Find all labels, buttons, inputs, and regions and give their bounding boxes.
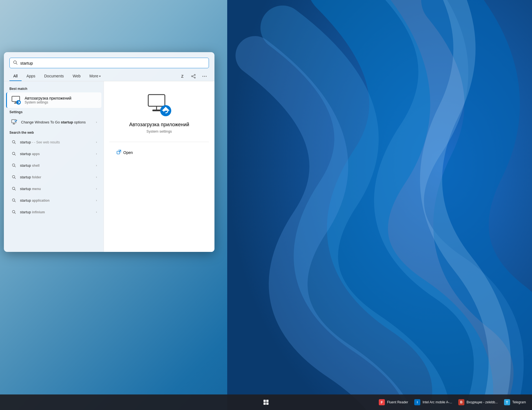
svg-point-9 [204,76,205,77]
svg-line-20 [15,143,16,144]
preview-title: Автозагрузка приложений [129,122,189,128]
filter-tabs: All Apps Documents Web More ▾ Z [4,72,214,81]
web-search-search-icon-2 [11,162,17,169]
svg-rect-18 [13,124,15,124]
tab-web[interactable]: Web [69,72,85,81]
web-search-text-1: startup apps [20,152,93,156]
more-options-button[interactable] [200,72,209,81]
search-input[interactable] [20,61,205,65]
svg-rect-35 [152,110,161,111]
best-match-title: Автозагрузка приложений [25,96,71,100]
telegram-label: Telegram [512,400,526,404]
svg-line-7 [193,77,194,77]
web-search-item-2[interactable]: startup shell › [6,160,101,171]
svg-line-6 [193,75,194,76]
settings-header: Settings [4,108,104,116]
intel-arc-label: Intel Arc mobile A-... [423,400,452,404]
settings-item-text: Change Windows To Go startup options [21,120,93,124]
taskbar-app-fluent-reader[interactable]: F Fluent Reader [376,398,411,407]
share-icon-button[interactable] [189,72,198,81]
chevron-right-icon: › [96,164,97,167]
svg-point-5 [194,77,195,78]
taskbar-app-telegram[interactable]: T Telegram [501,398,529,407]
search-body: Best match Автозагрузка приложений Syste… [4,81,214,252]
best-match-header: Best match [4,85,104,92]
chevron-right-icon: › [96,187,97,190]
web-search-search-icon-1 [11,150,17,157]
web-search-item-6[interactable]: startup infinium › [6,206,101,218]
svg-line-30 [15,201,16,202]
search-panel: All Apps Documents Web More ▾ Z [4,52,214,252]
web-search-search-icon-0 [11,139,17,145]
settings-item-windows-to-go[interactable]: Change Windows To Go startup options › [6,116,101,128]
web-search-text-4: startup menu [20,187,93,191]
svg-point-4 [191,76,193,77]
tab-right-icons: Z [178,72,209,81]
taskbar-right-apps: F Fluent Reader I Intel Arc mobile A-...… [376,398,532,407]
search-the-web-header: Search the web [4,128,104,136]
web-search-text-5: startup application [20,198,93,203]
best-match-icon [11,95,21,105]
tab-apps[interactable]: Apps [23,72,39,81]
chevron-right-icon: › [96,140,97,144]
telegram-icon: T [504,399,510,405]
open-external-icon [117,150,121,155]
svg-line-28 [15,189,16,191]
best-match-text: Автозагрузка приложений System settings [25,96,71,104]
best-match-item[interactable]: Автозагрузка приложений System settings [6,92,101,108]
chevron-right-icon: › [96,120,97,124]
preview-pane: Автозагрузка приложений System settings … [104,81,214,252]
tab-all[interactable]: All [9,72,22,81]
chevron-right-icon: › [96,199,97,202]
svg-line-32 [15,213,16,214]
web-search-item-1[interactable]: startup apps › [6,148,101,160]
web-search-text-2: startup shell [20,163,93,168]
svg-point-10 [206,76,207,77]
svg-line-26 [15,178,16,179]
open-button[interactable]: Open [112,148,137,157]
taskbar: F Fluent Reader I Intel Arc mobile A-...… [0,394,532,410]
fluent-reader-label: Fluent Reader [387,400,408,404]
fluent-reader-icon: F [379,399,385,405]
web-search-search-icon-4 [11,185,17,192]
web-search-text-6: startup infinium [20,210,93,214]
taskbar-center [260,396,272,408]
web-search-item-0[interactable]: startup - - See web results › [6,136,101,148]
incoming-icon: В [458,399,464,405]
web-search-text-0: startup - - See web results [20,140,93,144]
svg-point-3 [194,74,195,75]
web-search-text-3: startup folder [20,175,93,179]
incoming-label: Входящие - zelebb... [467,400,498,404]
z-icon-button[interactable]: Z [178,72,187,81]
start-button[interactable] [260,396,272,408]
preview-divider [109,142,209,142]
taskbar-app-intel-arc[interactable]: I Intel Arc mobile A-... [411,398,455,407]
web-search-item-4[interactable]: startup menu › [6,183,101,194]
results-pane: Best match Автозагрузка приложений Syste… [4,81,104,252]
taskbar-app-incoming[interactable]: В Входящие - zelebb... [456,398,501,407]
svg-line-2 [16,63,17,64]
web-search-item-5[interactable]: startup application › [6,194,101,206]
open-button-label: Open [123,150,133,155]
svg-point-8 [203,76,203,77]
windows-logo-icon [264,400,268,405]
intel-arc-icon: I [414,399,420,405]
chevron-right-icon: › [96,175,97,179]
web-search-search-icon-3 [11,174,17,180]
svg-line-24 [15,166,16,167]
chevron-right-icon: › [96,152,97,155]
chevron-right-icon: › [96,210,97,214]
search-input-row [4,52,214,72]
tab-documents[interactable]: Documents [40,72,68,81]
tab-more[interactable]: More ▾ [86,72,104,81]
svg-rect-33 [148,95,165,106]
web-search-item-3[interactable]: startup folder › [6,171,101,183]
web-search-search-icon-5 [11,197,17,204]
preview-icon [147,92,172,117]
settings-icon [11,118,18,126]
web-search-search-icon-6 [11,209,17,215]
preview-subtitle: System settings [147,129,172,133]
search-icon [13,60,17,66]
svg-line-22 [15,155,16,156]
search-input-wrapper[interactable] [9,58,209,68]
